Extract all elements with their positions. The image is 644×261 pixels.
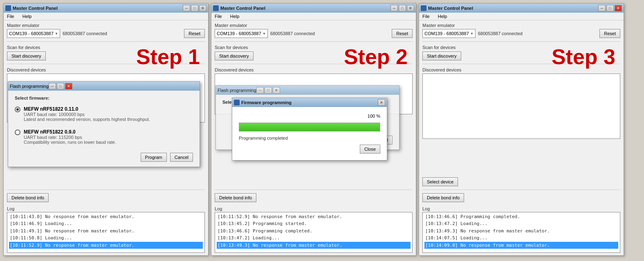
log-box-3[interactable]: [10:13:46.6] Programming completed. [10:…: [422, 212, 620, 253]
menu-file-2[interactable]: File: [213, 13, 224, 19]
window-title-3: Master Control Panel: [428, 6, 598, 11]
minimize-btn-1[interactable]: ─: [183, 5, 190, 11]
flash-dialog-1: Flash programming ─ □ ✕ Select firmware:…: [8, 81, 200, 167]
firmware-text-1-0: MEFW nRF51822 0.11.0 UART baud rate: 100…: [24, 106, 150, 122]
flash-dialog-titlebar-bg-2: Flash programming ─ □ ✕: [216, 86, 399, 95]
flash-dialog-controls-bg-2: ─ □ ✕: [256, 87, 280, 94]
progress-bar-inner-2: [239, 123, 380, 131]
reset-btn-1[interactable]: Reset: [184, 29, 205, 38]
log-entry-3-0: [10:13:46.6] Programming completed.: [424, 213, 618, 220]
start-discovery-btn-2[interactable]: Start discovery: [215, 51, 254, 60]
log-entry-3-4: [10:14:09.8] No response from master emu…: [424, 242, 618, 249]
log-entry-1-0: [10:11:43.0] No response from master emu…: [9, 213, 203, 220]
divider-3a: [422, 41, 620, 42]
com-port-dropdown-2[interactable]: COM139 - 680053887 ▼: [215, 29, 268, 38]
flash-dialog-close-1[interactable]: ✕: [65, 83, 72, 89]
reset-btn-3[interactable]: Reset: [599, 29, 620, 38]
menu-file-3[interactable]: File: [421, 13, 431, 19]
master-emulator-label-2: Master emulator: [215, 23, 413, 28]
master-emulator-row-3: COM139 - 680053887 ▼ 680053887 connected…: [422, 29, 620, 38]
master-emulator-label-1: Master emulator: [7, 23, 205, 28]
connected-status-1: 680053887 connected: [63, 31, 182, 36]
firmware-desc1-1-0: UART baud rate: 1000000 bps: [24, 112, 150, 117]
flash-dialog-min-bg-2[interactable]: ─: [256, 87, 264, 94]
start-discovery-btn-3[interactable]: Start discovery: [422, 51, 461, 60]
start-discovery-btn-1[interactable]: Start discovery: [7, 51, 46, 60]
menu-file-1[interactable]: File: [5, 13, 16, 19]
divider-2c: [215, 190, 413, 190]
window-content-3: Master emulator COM139 - 680053887 ▼ 680…: [419, 20, 624, 255]
progress-status-2: Programming completed: [239, 136, 380, 141]
log-entry-3-3: [10:14:07.5] Loading...: [424, 234, 618, 241]
progress-dialog-2: Firmware programming ✕ 100 % Programming…: [232, 98, 387, 161]
select-device-row-3: Select device: [422, 177, 620, 186]
connected-status-2: 680053887 connected: [270, 31, 389, 36]
titlebar-3: Master Control Panel ─ □ ✕: [419, 4, 624, 13]
flash-dialog-close-bg-2[interactable]: ✕: [273, 87, 280, 94]
cancel-btn-1[interactable]: Cancel: [170, 153, 193, 162]
progress-dialog-icon-2: [234, 100, 240, 105]
step-label-1: Step 1: [136, 45, 200, 69]
dropdown-arrow-2: ▼: [263, 32, 266, 36]
delete-bond-btn-3[interactable]: Delete bond info: [422, 193, 464, 202]
delete-bond-btn-2[interactable]: Delete bond info: [215, 193, 256, 202]
progress-dialog-title-2: Firmware programming: [241, 100, 378, 105]
titlebar-1: Master Control Panel ─ □ ✕: [4, 4, 208, 13]
flash-dialog-content-1: Select firmware: MEFW nRF51822 0.11.0 UA…: [8, 91, 200, 167]
progress-percent-2: 100 %: [239, 114, 380, 118]
window-controls-1: ─ □ ✕: [183, 5, 206, 11]
menu-help-1[interactable]: Help: [21, 13, 34, 19]
divider-3c: [422, 190, 620, 190]
window-icon-2: [213, 5, 219, 11]
log-entry-3-1: [10:13:47.2] Loading...: [424, 220, 618, 227]
reset-btn-2[interactable]: Reset: [392, 29, 413, 38]
close-btn-3[interactable]: ✕: [615, 5, 622, 11]
log-entry-1-1: [10:11:46.9] Loading...: [9, 220, 203, 227]
maximize-btn-3[interactable]: □: [606, 5, 614, 11]
flash-dialog-title-bg-2: Flash programming: [218, 88, 256, 93]
program-btn-1[interactable]: Program: [141, 153, 167, 162]
radio-fw1-1[interactable]: [15, 107, 20, 112]
maximize-btn-2[interactable]: □: [399, 5, 406, 11]
log-label-2: Log: [215, 206, 413, 211]
firmware-option-1-1: MEFW nRF51822 0.9.0 UART baud rate: 1152…: [15, 129, 193, 145]
flash-dialog-max-1[interactable]: □: [57, 83, 64, 89]
window-1: Master Control Panel ─ □ ✕ File Help Mas…: [3, 3, 209, 256]
firmware-name-1-0: MEFW nRF51822 0.11.0: [24, 106, 150, 112]
flash-dialog-min-1[interactable]: ─: [49, 83, 56, 89]
radio-fw2-1[interactable]: [15, 129, 20, 135]
connected-status-3: 680053887 connected: [478, 31, 597, 36]
close-btn-2[interactable]: ✕: [407, 5, 414, 11]
menu-help-3[interactable]: Help: [436, 13, 449, 19]
maximize-btn-1[interactable]: □: [191, 5, 198, 11]
com-port-dropdown-3[interactable]: COM139 - 680053887 ▼: [422, 29, 476, 38]
log-entry-3-2: [10:13:49.3] No response from master emu…: [424, 228, 618, 234]
flash-dialog-titlebar-1: Flash programming ─ □ ✕: [8, 82, 200, 91]
delete-bond-btn-1[interactable]: Delete bond info: [7, 193, 49, 202]
log-box-2[interactable]: [10:11:52.9] No response from master emu…: [215, 212, 413, 253]
log-entry-2-4: [10:13:49.3] No response from master emu…: [217, 242, 411, 249]
progress-close-btn-2[interactable]: Close: [360, 145, 380, 154]
devices-list-3: [422, 74, 620, 139]
menu-bar-2: File Help: [211, 13, 416, 20]
select-device-btn-3[interactable]: Select device: [422, 177, 458, 186]
flash-dialog-max-bg-2[interactable]: □: [265, 87, 272, 94]
menu-help-2[interactable]: Help: [229, 13, 241, 19]
minimize-btn-2[interactable]: ─: [390, 5, 398, 11]
flash-dialog-window-1: Flash programming ─ □ ✕ Select firmware:…: [8, 81, 200, 167]
flash-dialog-controls-1: ─ □ ✕: [49, 83, 72, 89]
select-firmware-label-1: Select firmware:: [15, 96, 193, 100]
titlebar-2: Master Control Panel ─ □ ✕: [211, 4, 416, 13]
log-label-1: Log: [7, 206, 205, 211]
prog-dialog-close-2[interactable]: ✕: [378, 99, 385, 106]
log-section-2: Log [10:11:52.9] No response from master…: [215, 206, 413, 253]
firmware-name-1-1: MEFW nRF51822 0.9.0: [24, 129, 116, 135]
close-btn-1[interactable]: ✕: [199, 5, 206, 11]
minimize-btn-3[interactable]: ─: [598, 5, 606, 11]
log-box-1[interactable]: [10:11:43.0] No response from master emu…: [7, 212, 205, 253]
log-entry-1-3: [10:11:50.8] Loading...: [9, 234, 203, 241]
dialog-buttons-1: Program Cancel: [15, 153, 193, 162]
divider-1c: [7, 190, 205, 190]
com-port-dropdown-1[interactable]: COM139 - 680053887 ▼: [7, 29, 60, 38]
log-entry-1-2: [10:11:49.1] No response from master emu…: [9, 228, 203, 234]
